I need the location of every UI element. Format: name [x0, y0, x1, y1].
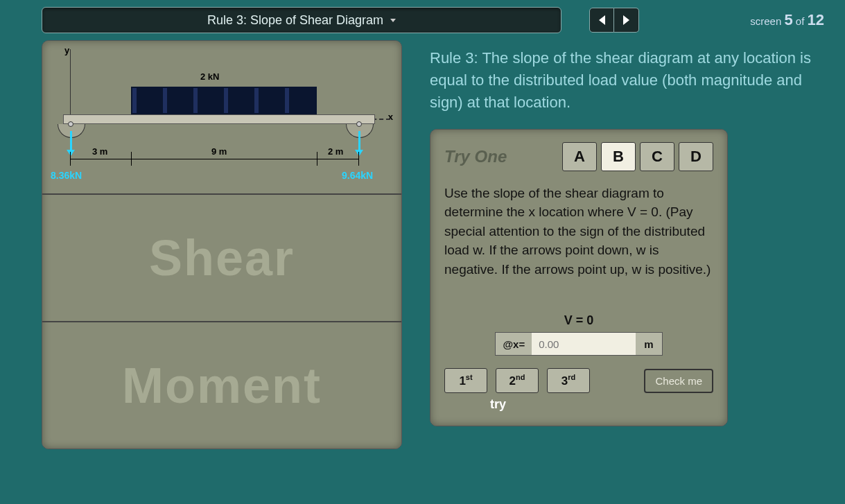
tab-c[interactable]: C — [640, 142, 674, 171]
caret-down-icon — [390, 19, 396, 22]
screen-counter: screen 5 of 12 — [750, 11, 824, 29]
x-value-input[interactable] — [532, 333, 636, 355]
moment-plot-area: Moment — [42, 321, 401, 449]
try-2-button[interactable]: 2nd — [496, 368, 539, 393]
y-axis-label: y — [64, 45, 69, 55]
reaction-arrow-left — [70, 131, 72, 155]
distributed-load — [131, 87, 317, 114]
try-one-title: Try One — [444, 147, 507, 166]
screen-of: of — [796, 15, 805, 27]
reaction-arrow-right — [358, 131, 360, 155]
dim-tick — [358, 152, 359, 166]
v-zero-label: V = 0 — [444, 313, 713, 328]
pin-left — [68, 121, 73, 127]
dim-line — [70, 159, 358, 159]
tab-d[interactable]: D — [679, 142, 713, 171]
unit-label: m — [636, 333, 661, 355]
screen-current: 5 — [784, 11, 792, 28]
beam — [63, 114, 375, 124]
x-input-group: @x= m — [495, 332, 662, 356]
dim-3: 2 m — [328, 146, 343, 157]
tab-b[interactable]: B — [601, 142, 636, 171]
try-1-button[interactable]: 1st — [444, 368, 487, 393]
try-3-button[interactable]: 3rd — [547, 368, 590, 393]
try-label: try — [490, 397, 713, 412]
tab-a[interactable]: A — [562, 142, 597, 171]
at-x-label: @x= — [496, 333, 532, 355]
screen-total: 12 — [808, 11, 824, 28]
arrow-left-icon — [599, 15, 605, 25]
dim-1: 3 m — [92, 146, 107, 157]
rule-dropdown-label: Rule 3: Slope of Shear Diagram — [207, 13, 383, 28]
dim-2: 9 m — [211, 146, 227, 157]
x-axis-label: x — [388, 112, 393, 122]
moment-watermark: Moment — [42, 357, 401, 414]
reaction-left-value: 8.36kN — [51, 170, 82, 181]
reaction-right-value: 9.64kN — [342, 170, 373, 181]
question-prompt: Use the slope of the shear diagram to de… — [444, 184, 713, 279]
screen-prefix: screen — [750, 15, 781, 27]
prev-button[interactable] — [589, 8, 614, 33]
pin-right — [356, 121, 362, 127]
load-magnitude: 2 kN — [200, 71, 219, 82]
diagram-panel: y x 2 kN 8.36kN 9.64kN 3 — [42, 40, 402, 449]
arrow-right-icon — [623, 15, 629, 25]
rule-dropdown[interactable]: Rule 3: Slope of Shear Diagram — [42, 7, 561, 33]
beam-diagram: y x 2 kN 8.36kN 9.64kN 3 — [42, 41, 401, 193]
shear-watermark: Shear — [42, 229, 401, 286]
rule-description: Rule 3: The slope of the shear diagram a… — [430, 47, 818, 114]
check-me-button[interactable]: Check me — [644, 369, 713, 393]
next-button[interactable] — [614, 8, 639, 33]
try-one-panel: Try One A B C D Use the slope of the she… — [430, 129, 728, 426]
shear-plot-area: Shear — [42, 193, 401, 321]
